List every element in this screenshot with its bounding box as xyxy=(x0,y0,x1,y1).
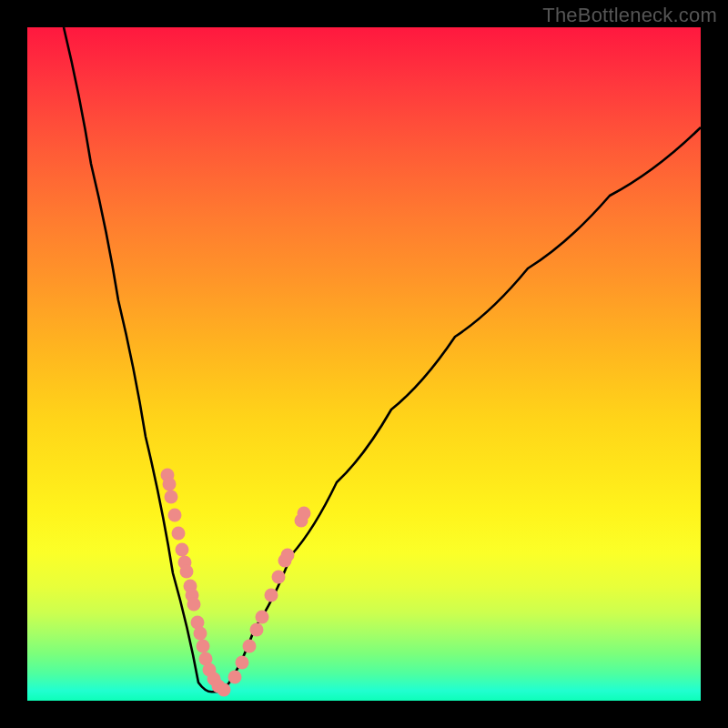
data-dot xyxy=(236,656,249,670)
data-dot xyxy=(176,543,189,557)
bottleneck-curve xyxy=(64,27,701,692)
curve-svg xyxy=(27,27,701,701)
data-dot xyxy=(197,640,210,653)
data-dot xyxy=(187,598,201,612)
data-dot xyxy=(250,623,264,637)
data-dot xyxy=(298,507,311,521)
dots-right-cluster xyxy=(228,507,311,684)
data-dot xyxy=(217,683,231,697)
data-dot xyxy=(272,571,286,584)
data-dot xyxy=(194,627,207,641)
data-dot xyxy=(228,671,242,684)
data-dot xyxy=(243,640,257,653)
chart-frame: TheBottleneck.com xyxy=(0,0,728,728)
data-dot xyxy=(168,509,182,522)
data-dot xyxy=(180,565,194,579)
data-dot xyxy=(165,490,178,504)
data-dot xyxy=(281,549,295,562)
data-dot xyxy=(256,611,269,624)
data-dot xyxy=(172,527,186,541)
plot-area xyxy=(27,27,701,701)
watermark-text: TheBottleneck.com xyxy=(542,4,717,27)
data-dot xyxy=(163,478,177,491)
data-dot xyxy=(265,589,278,602)
